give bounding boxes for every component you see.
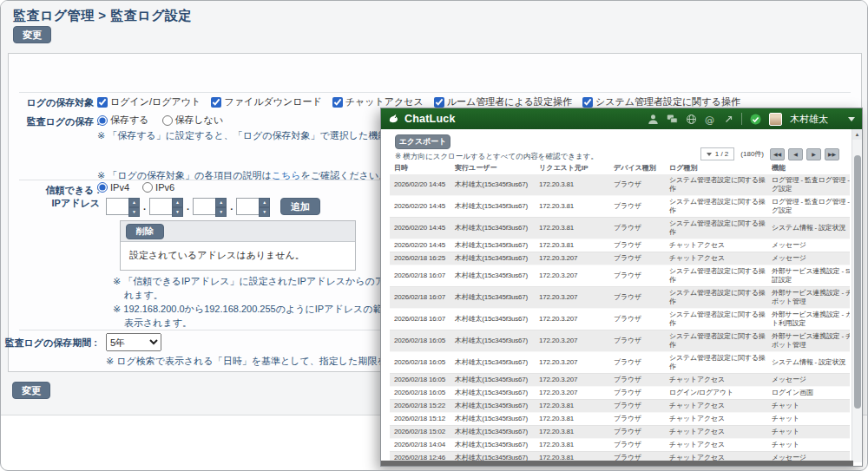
spinner-up-icon[interactable]: ▲ (215, 198, 227, 207)
first-page-button[interactable]: ◀◀ (770, 148, 785, 160)
spinner-up-icon[interactable]: ▲ (259, 198, 270, 207)
log-cell: 木村雄太(15c345f3us67) (450, 239, 535, 252)
radio-ipv4[interactable]: IPv4 (97, 182, 129, 193)
column-header[interactable]: 機能 (767, 163, 850, 173)
spinner-down-icon[interactable]: ▼ (215, 207, 227, 217)
save-target-checkbox[interactable] (97, 97, 108, 108)
log-cell: 2026/02/18 16:25 (390, 252, 450, 265)
export-button[interactable]: エクスポート (395, 134, 450, 149)
spinner-up-icon[interactable]: ▲ (172, 198, 183, 207)
log-cell: ログイン画面 (767, 387, 850, 399)
spinner-down-icon[interactable]: ▼ (128, 207, 140, 217)
prev-page-button[interactable]: ◀ (788, 148, 803, 160)
vertical-scrollbar[interactable]: ▲ (852, 129, 862, 462)
change-button-bottom[interactable]: 変更 (12, 382, 50, 399)
spinner-up-icon[interactable]: ▲ (128, 198, 140, 207)
log-cell: 172.20.3.81 (535, 239, 609, 252)
add-ip-button[interactable]: 追加 (280, 198, 320, 215)
log-cell: 2026/02/18 16:05 (390, 374, 450, 386)
save-target-checkbox[interactable] (582, 97, 593, 108)
log-cell: 172.20.3.207 (535, 252, 609, 265)
ip-segment-input[interactable] (193, 198, 215, 215)
ip-listbox-header: 削除 (121, 221, 355, 242)
ip-version-radios: IPv4 IPv6 (97, 182, 185, 194)
scroll-up-arrow-icon[interactable]: ▲ (852, 129, 862, 140)
column-header[interactable]: 日時 (390, 163, 450, 173)
log-cell: 172.20.3.207 (535, 291, 609, 304)
log-table-row[interactable]: 2026/02/18 15:22木村雄太(15c345f3us67)172.20… (390, 400, 850, 413)
log-table-row[interactable]: 2026/02/20 14:45木村雄太(15c345f3us67)172.20… (390, 196, 850, 218)
column-header[interactable]: デバイス種別 (609, 163, 665, 173)
log-cell: ブラウザ (609, 357, 665, 369)
log-table-row[interactable]: 2026/02/18 16:05木村雄太(15c345f3us67)172.20… (390, 374, 850, 387)
log-table-row[interactable]: 2026/02/20 14:45木村雄太(15c345f3us67)172.20… (390, 174, 850, 196)
last-page-button[interactable]: ▶▶ (825, 148, 839, 160)
column-header[interactable]: ログ種別 (665, 163, 767, 173)
save-target-checkbox[interactable] (434, 97, 444, 108)
save-target-item[interactable]: ファイルダウンロード (211, 95, 321, 109)
log-table-header-row: 日時実行ユーザーリクエスト元IPデバイス種別ログ種別機能 (390, 160, 850, 174)
breadcrumb: 監査ログ管理 > 監査ログ設定 (13, 8, 192, 24)
save-target-checkbox[interactable] (211, 97, 221, 108)
ip-dot: . (187, 201, 189, 212)
log-cell: システム管理者設定に関する操作 (665, 218, 767, 239)
contacts-icon[interactable] (648, 114, 659, 125)
column-header[interactable]: リクエスト元IP (535, 163, 609, 173)
column-header[interactable]: 実行ユーザー (450, 163, 535, 173)
log-table-row[interactable]: 2026/02/18 14:04木村雄太(15c345f3us67)172.20… (390, 439, 850, 452)
radio-save-off[interactable]: 保存しない (162, 114, 224, 127)
ip-address-inputs: ▲▼.▲▼.▲▼.▲▼ (106, 198, 270, 215)
vertical-scrollbar-thumb[interactable] (854, 155, 861, 409)
radio-save-on-input[interactable] (97, 115, 108, 126)
app-title: ChatLuck (404, 113, 456, 125)
page-select[interactable]: 1 / 2 (700, 147, 735, 160)
log-table-row[interactable]: 2026/02/18 15:02木村雄太(15c345f3us67)172.20… (390, 426, 850, 439)
ip-segment-input[interactable] (236, 198, 259, 215)
log-table-row[interactable]: 2026/02/20 14:45木村雄太(15c345f3us67)172.20… (390, 218, 850, 239)
radio-ipv4-input[interactable] (97, 182, 108, 193)
presence-status-icon[interactable] (750, 114, 761, 125)
spinner-down-icon[interactable]: ▼ (259, 207, 270, 217)
log-table-row[interactable]: 2026/02/18 15:12木村雄太(15c345f3us67)172.20… (390, 413, 850, 426)
horizontal-scrollbar-thumb[interactable] (381, 461, 853, 466)
globe-icon[interactable] (686, 114, 697, 125)
log-cell: ブラウザ (609, 179, 665, 191)
log-cell: 2026/02/18 16:07 (390, 313, 450, 325)
ip-segment-input[interactable] (149, 198, 172, 215)
log-cell: ログ管理 - 監査ログ管理 - 監査ログ設定 (767, 174, 850, 195)
expand-window-icon[interactable] (724, 114, 733, 124)
user-avatar[interactable] (769, 113, 782, 126)
log-cell: メッセージ (767, 239, 850, 252)
radio-save-on[interactable]: 保存する (97, 114, 149, 127)
screenshot-frame: 監査ログ管理 > 監査ログ設定 変更 監査ログの保存 : 保存する 保存しない … (0, 0, 868, 471)
chat-rooms-icon[interactable] (667, 114, 678, 125)
ip-dot: . (143, 201, 146, 212)
log-table-row[interactable]: 2026/02/18 16:25木村雄太(15c345f3us67)172.20… (390, 252, 850, 265)
log-cell: ログ管理 - 監査ログ管理 - 監査ログ設定 (767, 196, 850, 217)
radio-ipv6[interactable]: IPv6 (142, 182, 174, 193)
log-table-row[interactable]: 2026/02/20 14:45木村雄太(15c345f3us67)172.20… (390, 239, 850, 252)
save-target-checkbox[interactable] (332, 97, 343, 108)
delete-ip-button[interactable]: 削除 (126, 224, 164, 239)
log-table-row[interactable]: 2026/02/18 16:05木村雄太(15c345f3us67)172.20… (390, 387, 850, 400)
log-table-row[interactable]: 2026/02/18 16:07木村雄太(15c345f3us67)172.20… (390, 265, 850, 287)
next-page-button[interactable]: ▶ (806, 148, 821, 160)
log-table-row[interactable]: 2026/02/18 16:05木村雄太(15c345f3us67)172.20… (390, 352, 850, 374)
save-setting-label: 監査ログの保存 : (4, 115, 100, 128)
radio-save-off-input[interactable] (162, 115, 173, 126)
spinner-down-icon[interactable]: ▼ (172, 207, 183, 217)
radio-ipv6-input[interactable] (142, 182, 153, 193)
log-table-row[interactable]: 2026/02/18 16:05木村雄太(15c345f3us67)172.20… (390, 330, 850, 352)
user-menu-caret-icon[interactable] (848, 117, 855, 121)
log-cell: ブラウザ (609, 439, 665, 451)
ip-segment-input[interactable] (106, 198, 128, 215)
mention-icon[interactable]: @ (705, 114, 716, 125)
save-target-item[interactable]: ログイン/ログアウト (97, 95, 201, 109)
log-cell: ブラウザ (609, 270, 665, 282)
log-cell: 木村雄太(15c345f3us67) (450, 179, 535, 191)
change-button-top[interactable]: 変更 (13, 26, 51, 43)
ip-segment-1: ▲▼ (106, 198, 140, 215)
log-table-row[interactable]: 2026/02/18 16:07木村雄太(15c345f3us67)172.20… (390, 287, 850, 309)
log-table-row[interactable]: 2026/02/18 16:07木村雄太(15c345f3us67)172.20… (390, 309, 850, 330)
retention-select[interactable]: 5年 (106, 333, 161, 351)
